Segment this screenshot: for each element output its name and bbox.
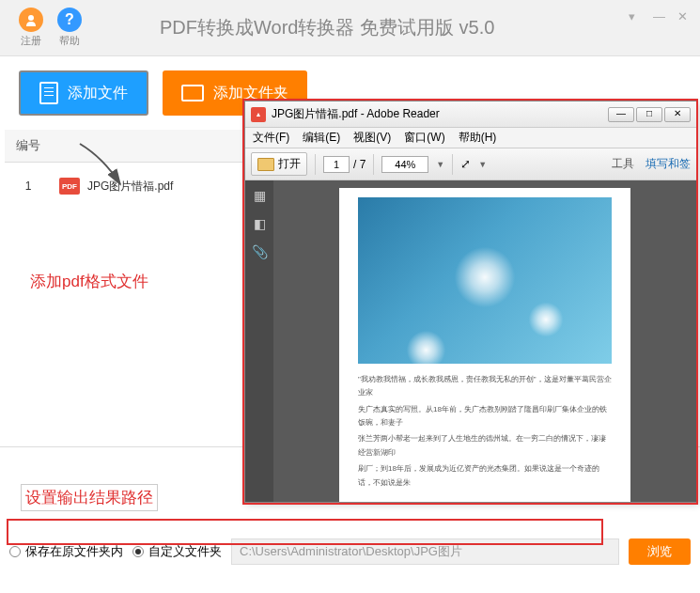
reader-menubar: 文件(F) 编辑(E) 视图(V) 窗口(W) 帮助(H) — [245, 128, 696, 148]
browse-button[interactable]: 浏览 — [629, 538, 691, 565]
close-icon[interactable]: ✕ — [677, 9, 691, 23]
reader-title-text: JPG图片惜福.pdf - Adobe Reader — [272, 106, 440, 122]
add-file-button[interactable]: 添加文件 — [19, 70, 148, 116]
folder-icon — [181, 85, 204, 101]
fill-sign-link[interactable]: 填写和签 — [646, 156, 691, 172]
output-bar: 保存在原文件夹内 自定义文件夹 C:\Users\Administrator\D… — [0, 524, 700, 593]
dropdown-icon[interactable]: ▾ — [629, 9, 642, 23]
pdf-page: "我劝教我惜福，成长教我感恩，责任教我无私的开创"，这是对董平葛民营企业家 失广… — [339, 188, 630, 502]
radio-icon — [132, 546, 144, 557]
adobe-reader-window: ▲ JPG图片惜福.pdf - Adobe Reader — □ ✕ 文件(F)… — [244, 101, 697, 503]
menu-window[interactable]: 窗口(W) — [404, 130, 444, 146]
bookmark-icon[interactable]: ◧ — [251, 216, 268, 233]
thumbnails-icon[interactable]: ▦ — [251, 188, 268, 205]
add-file-label: 添加文件 — [68, 84, 128, 103]
reader-page-area[interactable]: "我劝教我惜福，成长教我感恩，责任教我无私的开创"，这是对董平葛民营企业家 失广… — [273, 180, 696, 502]
register-label: 注册 — [21, 34, 41, 48]
menu-help[interactable]: 帮助(H) — [459, 130, 497, 146]
zoom-dropdown-icon[interactable]: ▼ — [436, 160, 444, 169]
text-line: 失广杰真实的写照。从18年前，失广杰教别刚踏了隆昌印刷厂集体企业的铁饭碗，和妻子 — [358, 403, 612, 430]
open-folder-icon — [257, 158, 274, 171]
reader-toolbar: 打开 / 7 ▼ ⤢ ▼ 工具 填写和签 — [245, 148, 696, 180]
zoom-input[interactable] — [381, 156, 428, 173]
user-icon — [19, 8, 43, 32]
toolbar-divider — [373, 154, 374, 175]
fullscreen-icon[interactable]: ⤢ — [460, 157, 471, 171]
radio-label-custom: 自定义文件夹 — [148, 543, 222, 560]
toolbar-divider — [315, 154, 316, 175]
file-icon — [39, 82, 58, 104]
pdf-app-icon: ▲ — [251, 107, 266, 122]
page-image — [358, 197, 612, 364]
reader-close-button[interactable]: ✕ — [664, 107, 691, 122]
reader-maximize-button[interactable]: □ — [636, 107, 662, 122]
radio-label-original: 保存在原文件夹内 — [25, 543, 123, 560]
help-icon: ? — [57, 8, 82, 32]
reader-titlebar: ▲ JPG图片惜福.pdf - Adobe Reader — □ ✕ — [245, 101, 696, 128]
reader-body: ▦ ◧ 📎 "我劝教我惜福，成长教我感恩，责任教我无私的开创"，这是对董平葛民营… — [245, 180, 696, 502]
open-label: 打开 — [278, 156, 301, 172]
radio-save-original[interactable]: 保存在原文件夹内 — [9, 543, 123, 560]
menu-file[interactable]: 文件(F) — [253, 130, 289, 146]
menu-edit[interactable]: 编辑(E) — [303, 130, 340, 146]
col-number-header: 编号 — [5, 130, 52, 162]
help-label: 帮助 — [59, 34, 80, 48]
minimize-icon[interactable]: — — [653, 9, 666, 23]
reader-window-controls: — □ ✕ — [608, 107, 691, 122]
annotation-arrow — [75, 139, 132, 195]
attachment-icon[interactable]: 📎 — [251, 244, 268, 261]
dropdown-icon[interactable]: ▼ — [478, 160, 487, 169]
page-input[interactable] — [323, 156, 350, 173]
dandelion-graphic — [452, 244, 518, 310]
app-title: PDF转换成Word转换器 免费试用版 v5.0 — [160, 15, 494, 40]
top-buttons: 注册 ? 帮助 — [0, 8, 82, 48]
help-button[interactable]: ? 帮助 — [57, 8, 82, 48]
svg-point-0 — [28, 15, 34, 21]
radio-icon — [9, 546, 21, 557]
toolbar-right: 工具 填写和签 — [612, 156, 691, 172]
dandelion-graphic — [405, 329, 447, 371]
row-number: 1 — [5, 172, 52, 200]
output-path-input[interactable]: C:\Users\Administrator\Desktop\JPG图片 — [231, 538, 619, 565]
tools-link[interactable]: 工具 — [612, 156, 634, 172]
text-line: 张兰芳两小帮老一起来到了人生地生的德州城。在一穷二白的情况下，凄凄经营新湖印 — [358, 432, 612, 460]
dandelion-graphic — [527, 301, 565, 338]
annotation-add-pdf: 添加pdf格式文件 — [30, 271, 148, 292]
titlebar: 注册 ? 帮助 PDF转换成Word转换器 免费试用版 v5.0 ▾ — ✕ — [0, 0, 700, 56]
annotation-output-path: 设置输出结果路径 — [21, 484, 158, 511]
reader-minimize-button[interactable]: — — [608, 107, 634, 122]
page-nav: / 7 — [323, 156, 366, 173]
toolbar-divider — [452, 154, 453, 175]
register-button[interactable]: 注册 — [19, 8, 43, 48]
page-body-text: "我劝教我惜福，成长教我感恩，责任教我无私的开创"，这是对董平葛民营企业家 失广… — [358, 373, 612, 492]
radio-custom-folder[interactable]: 自定义文件夹 — [132, 543, 222, 560]
window-controls: ▾ — ✕ — [629, 9, 691, 23]
open-button[interactable]: 打开 — [251, 152, 307, 176]
menu-view[interactable]: 视图(V) — [353, 130, 391, 146]
text-line: 刷厂；到18年后，发展成为近亿资产的光杰集团。如果说这是一个奇迹的话，不如说是朱 — [358, 462, 612, 490]
page-total: / 7 — [353, 158, 366, 171]
reader-sidebar: ▦ ◧ 📎 — [245, 180, 273, 502]
text-line: "我劝教我惜福，成长教我感恩，责任教我无私的开创"，这是对董平葛民营企业家 — [358, 373, 612, 400]
